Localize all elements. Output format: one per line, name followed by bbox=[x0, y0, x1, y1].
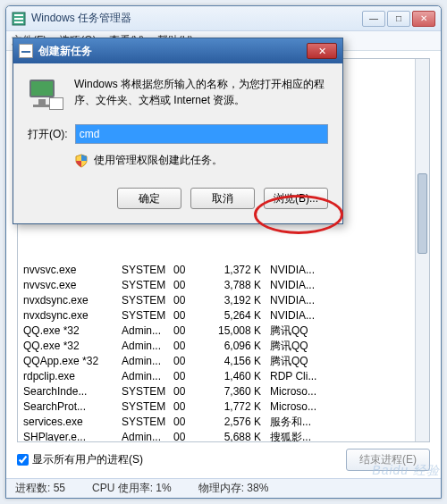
show-all-users-label: 显示所有用户的进程(S) bbox=[32, 452, 143, 467]
dialog-titlebar[interactable]: 创建新任务 ✕ bbox=[13, 38, 342, 63]
table-row[interactable]: rdpclip.exeAdmin...001,460 KRDP Cli... bbox=[23, 369, 429, 384]
scroll-thumb[interactable] bbox=[417, 173, 427, 254]
table-row[interactable]: services.exeSYSTEM002,576 K服务和... bbox=[23, 415, 429, 430]
main-titlebar[interactable]: Windows 任务管理器 — □ ✕ bbox=[6, 6, 441, 31]
table-row[interactable]: SHPlayer.e...Admin...005,688 K搜狐影... bbox=[23, 430, 429, 442]
watermark: Baidu 经验 bbox=[372, 463, 440, 479]
table-row[interactable]: nvvsvc.exeSYSTEM003,788 KNVIDIA... bbox=[23, 278, 429, 293]
table-row[interactable]: QQApp.exe *32Admin...004,156 K腾讯QQ bbox=[23, 354, 429, 369]
window-controls: — □ ✕ bbox=[362, 11, 435, 27]
run-icon bbox=[28, 76, 63, 110]
show-all-users[interactable]: 显示所有用户的进程(S) bbox=[17, 452, 143, 467]
dialog-close-button[interactable]: ✕ bbox=[307, 43, 337, 59]
shield-icon bbox=[74, 154, 89, 168]
table-row[interactable]: QQ.exe *32Admin...006,096 K腾讯QQ bbox=[23, 339, 429, 354]
maximize-button[interactable]: □ bbox=[387, 11, 410, 27]
dialog-body: Windows 将根据您所输入的名称，为您打开相应的程序、文件夹、文档或 Int… bbox=[13, 63, 342, 223]
open-label: 打开(O): bbox=[28, 127, 68, 142]
svg-rect-2 bbox=[14, 18, 23, 20]
status-processes: 进程数: 55 bbox=[15, 481, 65, 496]
scrollbar[interactable] bbox=[415, 59, 429, 441]
create-task-dialog: 创建新任务 ✕ Windows 将根据您所输入的名称，为您打开相应的程序、文件夹… bbox=[13, 38, 343, 224]
main-title: Windows 任务管理器 bbox=[31, 11, 362, 26]
dialog-title: 创建新任务 bbox=[38, 44, 307, 59]
app-icon bbox=[12, 12, 26, 26]
table-row[interactable]: SearchInde...SYSTEM007,360 KMicroso... bbox=[23, 384, 429, 399]
run-dialog-icon bbox=[19, 44, 33, 58]
browse-button[interactable]: 浏览(B)... bbox=[264, 188, 328, 209]
table-row[interactable]: nvvsvc.exeSYSTEM001,372 KNVIDIA... bbox=[23, 263, 429, 278]
svg-rect-3 bbox=[14, 21, 23, 23]
cancel-button[interactable]: 取消 bbox=[190, 188, 255, 209]
status-mem: 物理内存: 38% bbox=[198, 481, 269, 496]
show-all-users-checkbox[interactable] bbox=[17, 454, 29, 466]
table-row[interactable]: nvxdsync.exeSYSTEM005,264 KNVIDIA... bbox=[23, 308, 429, 323]
dialog-desc: Windows 将根据您所输入的名称，为您打开相应的程序、文件夹、文档或 Int… bbox=[74, 76, 328, 110]
table-row[interactable]: nvxdsync.exeSYSTEM003,192 KNVIDIA... bbox=[23, 293, 429, 308]
minimize-button[interactable]: — bbox=[362, 11, 385, 27]
open-input[interactable] bbox=[75, 124, 328, 144]
statusbar: 进程数: 55 CPU 使用率: 1% 物理内存: 38% bbox=[6, 478, 441, 498]
admin-text: 使用管理权限创建此任务。 bbox=[94, 153, 223, 168]
close-button[interactable]: ✕ bbox=[412, 11, 435, 27]
svg-rect-1 bbox=[14, 14, 23, 16]
table-row[interactable]: QQ.exe *32Admin...0015,008 K腾讯QQ bbox=[23, 323, 429, 339]
status-cpu: CPU 使用率: 1% bbox=[92, 481, 172, 496]
ok-button[interactable]: 确定 bbox=[117, 188, 181, 209]
table-row[interactable]: SearchProt...SYSTEM001,772 KMicroso... bbox=[23, 399, 429, 415]
bottom-controls: 显示所有用户的进程(S) 结束进程(E) bbox=[17, 449, 430, 471]
